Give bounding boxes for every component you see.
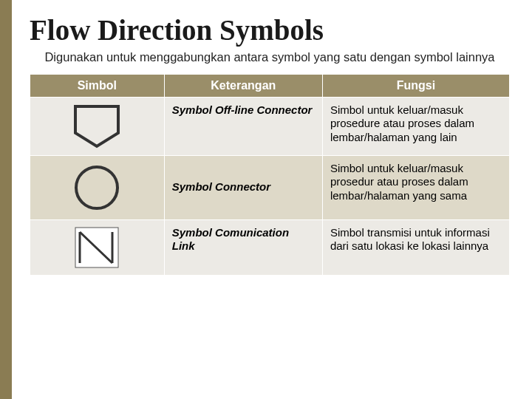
header-simbol: Simbol: [30, 74, 165, 97]
page-subtitle: Digunakan untuk menggabungkan antara sym…: [30, 50, 510, 65]
symbol-cell: [30, 219, 165, 275]
communication-link-icon: [74, 226, 120, 269]
keterangan-cell: Symbol Connector: [164, 155, 322, 219]
table-row: Symbol Comunication Link Simbol transmis…: [30, 219, 510, 275]
symbols-table: Simbol Keterangan Fungsi Symbol Off-line…: [30, 74, 510, 276]
table-header-row: Simbol Keterangan Fungsi: [30, 74, 510, 97]
header-fungsi: Fungsi: [322, 74, 509, 97]
table-row: Symbol Connector Simbol untuk keluar/mas…: [30, 155, 510, 219]
svg-marker-0: [75, 106, 118, 146]
keterangan-cell: Symbol Off-line Connector: [164, 97, 322, 155]
accent-sidebar: [0, 0, 12, 399]
svg-point-1: [76, 167, 117, 208]
fungsi-cell: Simbol untuk keluar/masuk prosedure atau…: [322, 97, 509, 155]
fungsi-cell: Simbol transmisi untuk informasi dari sa…: [322, 219, 509, 275]
slide-content: Flow Direction Symbols Digunakan untuk m…: [0, 0, 532, 290]
keterangan-cell: Symbol Comunication Link: [164, 219, 322, 275]
fungsi-cell: Simbol untuk keluar/masuk prosedur atau …: [322, 155, 509, 219]
symbol-cell: [30, 155, 165, 219]
table-row: Symbol Off-line Connector Simbol untuk k…: [30, 97, 510, 155]
connector-circle-icon: [71, 162, 123, 214]
page-title: Flow Direction Symbols: [30, 13, 510, 47]
symbol-cell: [30, 97, 165, 155]
offpage-connector-icon: [71, 103, 123, 149]
header-keterangan: Keterangan: [164, 74, 322, 97]
